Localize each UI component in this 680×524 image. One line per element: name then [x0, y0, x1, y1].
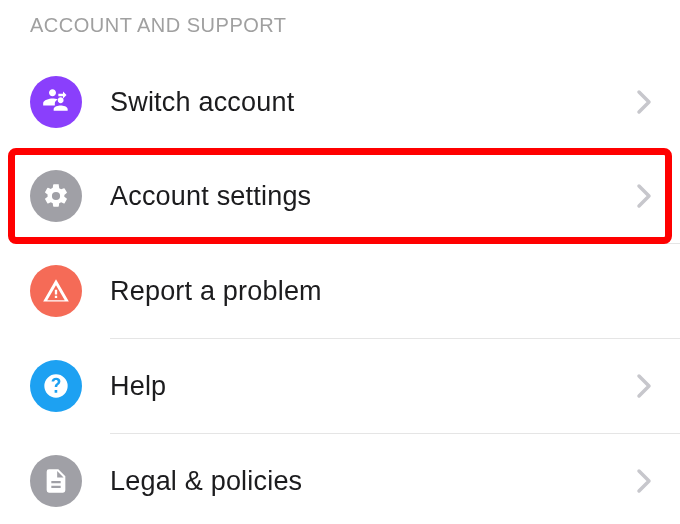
menu-item-account-settings[interactable]: Account settings	[0, 149, 680, 243]
section-header: ACCOUNT AND SUPPORT	[0, 0, 680, 55]
chevron-right-icon	[636, 373, 652, 399]
menu-item-report-problem[interactable]: Report a problem	[0, 244, 680, 338]
menu-label: Switch account	[110, 87, 636, 118]
document-icon	[30, 455, 82, 507]
chevron-right-icon	[636, 183, 652, 209]
menu-label: Account settings	[110, 181, 636, 212]
question-icon	[30, 360, 82, 412]
menu-label: Report a problem	[110, 276, 660, 307]
gear-icon	[30, 170, 82, 222]
menu-item-help[interactable]: Help	[0, 339, 680, 433]
menu-item-switch-account[interactable]: Switch account	[0, 55, 680, 149]
menu-label: Help	[110, 371, 636, 402]
switch-icon	[30, 76, 82, 128]
chevron-right-icon	[636, 89, 652, 115]
menu-label: Legal & policies	[110, 466, 636, 497]
warning-icon	[30, 265, 82, 317]
menu-item-legal-policies[interactable]: Legal & policies	[0, 434, 680, 524]
menu-list: Switch account Account settings Report a…	[0, 55, 680, 524]
chevron-right-icon	[636, 468, 652, 494]
